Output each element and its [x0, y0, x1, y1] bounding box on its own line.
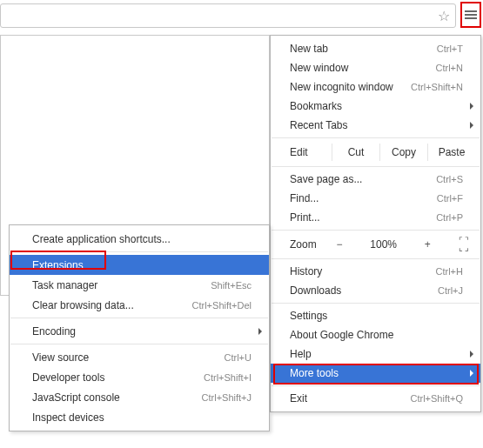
paste-button[interactable]: Paste: [427, 144, 475, 161]
separator: [272, 258, 480, 259]
menu-item-more-tools[interactable]: More tools: [271, 364, 480, 383]
menu-label: Task manager: [32, 279, 211, 291]
menu-item-clear-browsing-data[interactable]: Clear browsing data... Ctrl+Shift+Del: [10, 295, 269, 315]
bookmark-star-icon[interactable]: ☆: [438, 8, 450, 24]
menu-label: Encoding: [32, 325, 252, 338]
menu-group: History Ctrl+H Downloads Ctrl+J: [271, 262, 480, 300]
menu-item-bookmarks[interactable]: Bookmarks: [271, 97, 480, 116]
shortcut: Ctrl+P: [436, 212, 463, 223]
main-menu-button[interactable]: [460, 2, 481, 28]
menu-label: Clear browsing data...: [32, 299, 192, 311]
copy-button[interactable]: Copy: [379, 144, 427, 161]
hamburger-icon: [465, 10, 477, 19]
shortcut: Ctrl+Shift+J: [202, 392, 252, 403]
separator: [272, 137, 480, 138]
menu-item-new-tab[interactable]: New tab Ctrl+T: [271, 39, 480, 58]
menu-item-print[interactable]: Print... Ctrl+P: [271, 208, 480, 227]
menu-item-js-console[interactable]: JavaScript console Ctrl+Shift+J: [10, 387, 269, 407]
shortcut: Ctrl+Shift+Q: [410, 393, 463, 404]
menu-item-help[interactable]: Help: [271, 344, 480, 364]
menu-label: Inspect devices: [32, 411, 252, 424]
menu-label: Find...: [290, 192, 437, 204]
menu-item-new-window[interactable]: New window Ctrl+N: [271, 58, 480, 77]
chevron-right-icon: [470, 122, 473, 129]
main-menu: New tab Ctrl+T New window Ctrl+N New inc…: [270, 35, 481, 412]
menu-item-find[interactable]: Find... Ctrl+F: [271, 189, 480, 208]
separator: [10, 251, 268, 252]
menu-label: New tab: [290, 43, 437, 55]
menu-label: More tools: [290, 367, 463, 379]
menu-item-encoding[interactable]: Encoding: [10, 321, 269, 341]
shortcut: Ctrl+N: [436, 63, 463, 73]
menu-item-history[interactable]: History Ctrl+H: [271, 262, 480, 281]
menu-group: Exit Ctrl+Shift+Q: [271, 389, 480, 408]
chevron-right-icon: [470, 103, 473, 110]
menu-label: Bookmarks: [290, 100, 463, 112]
menu-item-recent-tabs[interactable]: Recent Tabs: [271, 116, 480, 135]
menu-item-extensions[interactable]: Extensions: [10, 255, 269, 275]
shortcut: Shift+Esc: [211, 280, 252, 291]
menu-label: View source: [32, 351, 225, 364]
menu-label: Settings: [290, 310, 463, 322]
menu-label: JavaScript console: [32, 391, 202, 404]
menu-group: Save page as... Ctrl+S Find... Ctrl+F Pr…: [271, 170, 480, 227]
separator: [272, 230, 480, 231]
fullscreen-icon[interactable]: ⌜⌝⌞⌟: [454, 237, 475, 251]
menu-item-about[interactable]: About Google Chrome: [271, 325, 480, 344]
zoom-out-button[interactable]: −: [332, 238, 347, 251]
menu-item-settings[interactable]: Settings: [271, 306, 480, 325]
menu-label: History: [290, 265, 436, 277]
address-bar[interactable]: ☆: [0, 3, 456, 28]
menu-item-task-manager[interactable]: Task manager Shift+Esc: [10, 275, 269, 295]
zoom-in-button[interactable]: +: [419, 238, 435, 251]
menu-label: New incognito window: [290, 81, 411, 93]
zoom-label: Zoom: [290, 238, 332, 251]
edit-label: Edit: [290, 146, 332, 158]
menu-label: Developer tools: [32, 371, 204, 384]
shortcut: Ctrl+J: [438, 285, 463, 296]
separator: [10, 318, 268, 318]
menu-item-inspect-devices[interactable]: Inspect devices: [10, 407, 269, 427]
chevron-right-icon: [470, 351, 473, 358]
menu-label: Recent Tabs: [290, 119, 463, 131]
menu-item-new-incognito[interactable]: New incognito window Ctrl+Shift+N: [271, 77, 480, 97]
cut-button[interactable]: Cut: [332, 144, 379, 161]
menu-label: Print...: [290, 211, 436, 224]
menu-label: Help: [290, 348, 463, 360]
zoom-value: 100%: [366, 238, 401, 251]
menu-item-exit[interactable]: Exit Ctrl+Shift+Q: [271, 389, 480, 408]
menu-item-downloads[interactable]: Downloads Ctrl+J: [271, 281, 480, 300]
more-tools-submenu: Create application shortcuts... Extensio…: [9, 224, 270, 431]
separator: [272, 166, 480, 167]
menu-group: Settings About Google Chrome Help More t…: [271, 306, 480, 383]
separator: [10, 344, 268, 344]
separator: [272, 385, 480, 386]
shortcut: Ctrl+H: [436, 266, 463, 277]
separator: [272, 303, 480, 304]
shortcut: Ctrl+F: [437, 193, 463, 204]
menu-label: Downloads: [290, 284, 438, 297]
menu-label: New window: [290, 62, 436, 74]
chevron-right-icon: [470, 370, 473, 377]
shortcut: Ctrl+U: [225, 352, 252, 363]
zoom-row: Zoom − 100% + ⌜⌝⌞⌟: [271, 233, 480, 256]
shortcut: Ctrl+T: [437, 43, 463, 54]
menu-item-save-page[interactable]: Save page as... Ctrl+S: [271, 170, 480, 189]
menu-group: New tab Ctrl+T New window Ctrl+N New inc…: [271, 39, 480, 135]
menu-label: Extensions: [32, 259, 252, 271]
menu-item-view-source[interactable]: View source Ctrl+U: [10, 347, 269, 367]
menu-item-create-shortcuts[interactable]: Create application shortcuts...: [10, 229, 269, 249]
menu-label: About Google Chrome: [290, 329, 463, 341]
chevron-right-icon: [258, 328, 262, 335]
menu-label: Create application shortcuts...: [32, 233, 252, 245]
menu-label: Save page as...: [290, 173, 436, 185]
shortcut: Ctrl+Shift+Del: [192, 300, 252, 311]
menu-label: Exit: [290, 392, 410, 405]
shortcut: Ctrl+Shift+I: [204, 372, 252, 383]
edit-row: Edit Cut Copy Paste: [271, 141, 480, 164]
shortcut: Ctrl+S: [436, 174, 463, 184]
shortcut: Ctrl+Shift+N: [411, 82, 463, 92]
menu-item-developer-tools[interactable]: Developer tools Ctrl+Shift+I: [10, 367, 269, 387]
